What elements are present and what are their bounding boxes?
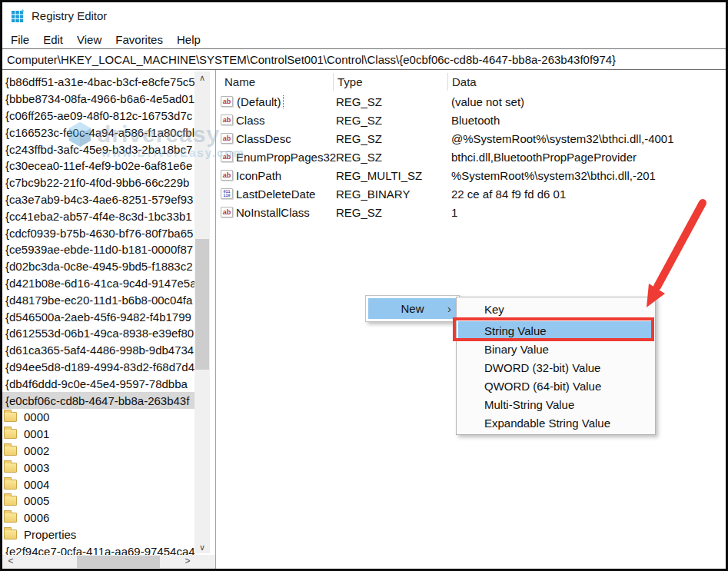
value-type: REG_SZ bbox=[336, 206, 451, 219]
submenu-item[interactable]: QWORD (64-bit) Value bbox=[458, 377, 653, 395]
tree-key-label: {c243ffbd-3afc-45e9-b3d3-2ba18bc7 bbox=[5, 143, 192, 156]
tree-key-item[interactable]: {d612553d-06b1-49ca-8938-e39ef80 bbox=[2, 325, 194, 342]
registry-value-row[interactable]: Class REG_SZ Bluetooth bbox=[216, 111, 726, 129]
menu-item[interactable]: Help bbox=[170, 31, 208, 48]
submenu-item[interactable]: Multi-String Value bbox=[458, 395, 653, 413]
tree-key-item[interactable]: 0004 bbox=[2, 476, 194, 493]
registry-path: Computer\HKEY_LOCAL_MACHINE\SYSTEM\Contr… bbox=[2, 53, 616, 66]
tree-key-label: {ca3e7ab9-b4c3-4ae6-8251-579ef93 bbox=[5, 193, 193, 206]
tree-key-label: 0002 bbox=[24, 444, 49, 457]
tree-key-item[interactable]: {d94ee5d8-d189-4994-83d2-f68d7d4 bbox=[2, 359, 194, 376]
value-type: REG_SZ bbox=[336, 132, 451, 145]
scroll-left-icon[interactable]: < bbox=[4, 555, 18, 569]
scroll-down-icon[interactable]: ∨ bbox=[194, 541, 210, 553]
value-name: ClassDesc bbox=[236, 132, 336, 145]
tree-key-label: {cc41eba2-ab57-4f4e-8c3d-1bc33b1 bbox=[5, 210, 192, 223]
reg-type-icon bbox=[221, 170, 233, 181]
tree-key-item[interactable]: 0001 bbox=[2, 426, 194, 443]
vertical-scroll-thumb[interactable] bbox=[195, 239, 209, 370]
submenu-item-label: Multi-String Value bbox=[484, 398, 574, 411]
tree-key-item[interactable]: {d61ca365-5af4-4486-998b-9db4734 bbox=[2, 342, 194, 359]
registry-value-row[interactable]: (Default) REG_SZ (value not set) bbox=[216, 92, 726, 111]
value-type: REG_MULTI_SZ bbox=[336, 169, 451, 182]
tree-key-item[interactable]: {e0cbf06c-cd8b-4647-bb8a-263b43f bbox=[2, 392, 194, 409]
tree-key-item[interactable]: {db4f6ddd-9c0e-45e4-9597-78dbba bbox=[2, 375, 194, 392]
tree-key-item[interactable]: {d48179be-ec20-11d1-b6b8-00c04fa bbox=[2, 291, 194, 308]
tree-key-label: Properties bbox=[24, 528, 76, 541]
tree-key-label: {d612553d-06b1-49ca-8938-e39ef80 bbox=[5, 327, 194, 340]
tree-key-item[interactable]: 0005 bbox=[2, 493, 194, 510]
tree-horizontal-scrollbar[interactable]: < > bbox=[2, 555, 215, 569]
tree-key-item[interactable]: {d421b08e-6d16-41ca-9c4d-9147e5a bbox=[2, 275, 194, 292]
registry-value-row[interactable]: IconPath REG_MULTI_SZ %SystemRoot%\syste… bbox=[216, 166, 726, 184]
tree-key-label: {d94ee5d8-d189-4994-83d2-f68d7d4 bbox=[5, 360, 194, 373]
tree-key-item[interactable]: {ca3e7ab9-b4c3-4ae6-8251-579ef93 bbox=[2, 191, 194, 208]
context-menu: New › bbox=[365, 295, 460, 322]
reg-type-icon bbox=[221, 96, 233, 107]
registry-editor-window: Registry Editor FileEditViewFavoritesHel… bbox=[0, 0, 728, 571]
menu-item[interactable]: Favorites bbox=[108, 31, 170, 48]
registry-value-row[interactable]: LastDeleteDate REG_BINARY 22 ce af 84 f9… bbox=[216, 184, 726, 203]
menu-item[interactable]: File bbox=[4, 31, 36, 48]
tree-key-item[interactable]: 0002 bbox=[2, 443, 194, 460]
tree-key-item[interactable]: {ce5939ae-ebde-11d0-b181-0000f87 bbox=[2, 241, 194, 258]
tree-key-item[interactable]: {c243ffbd-3afc-45e9-b3d3-2ba18bc7 bbox=[2, 141, 194, 158]
column-header-name[interactable]: Name bbox=[221, 73, 333, 91]
tree-key-label: {c30ecea0-11ef-4ef9-b02e-6af81e6e bbox=[5, 159, 192, 172]
tree-key-label: {d421b08e-6d16-41ca-9c4d-9147e5a bbox=[5, 277, 194, 290]
address-bar[interactable]: Computer\HKEY_LOCAL_MACHINE\SYSTEM\Contr… bbox=[2, 48, 726, 70]
registry-value-row[interactable]: EnumPropPages32 REG_SZ bthci.dll,Bluetoo… bbox=[216, 148, 726, 166]
tree-key-item[interactable]: {d546500a-2aeb-45f6-9482-f4b1799 bbox=[2, 308, 194, 325]
tree-key-item[interactable]: {e2f94ce7-0cfa-411a-aa69-97454ca4 bbox=[2, 543, 194, 555]
tree-key-item[interactable]: {b86dff51-a31e-4bac-b3cf-e8cfe75c5 bbox=[2, 74, 194, 91]
context-menu-item-new[interactable]: New › bbox=[368, 298, 457, 319]
submenu-arrow-icon: › bbox=[447, 301, 451, 314]
tree-key-item[interactable]: {cc41eba2-ab57-4f4e-8c3d-1bc33b1 bbox=[2, 207, 194, 224]
folder-icon bbox=[4, 429, 17, 439]
scroll-right-icon[interactable]: > bbox=[181, 555, 194, 569]
reg-type-icon bbox=[221, 188, 233, 199]
value-data: (value not set) bbox=[451, 95, 726, 108]
submenu-item-label: String Value bbox=[484, 324, 547, 337]
column-header-data[interactable]: Data bbox=[447, 73, 726, 91]
menu-bar: FileEditViewFavoritesHelp bbox=[2, 29, 726, 49]
column-header-type[interactable]: Type bbox=[333, 73, 447, 91]
submenu-item-label: QWORD (64-bit) Value bbox=[484, 380, 601, 393]
tree-key-item[interactable]: Properties bbox=[2, 526, 194, 543]
tree-key-item[interactable]: {c30ecea0-11ef-4ef9-b02e-6af81e6e bbox=[2, 158, 194, 174]
registry-value-row[interactable]: ClassDesc REG_SZ @%SystemRoot%\system32\… bbox=[216, 129, 726, 148]
tree-key-label: {ce5939ae-ebde-11d0-b181-0000f87 bbox=[5, 243, 193, 256]
submenu-item[interactable]: Key bbox=[458, 300, 653, 318]
folder-icon bbox=[4, 496, 17, 506]
tree-key-label: 0001 bbox=[24, 427, 49, 440]
submenu-item[interactable]: String Value bbox=[458, 321, 653, 340]
scroll-up-icon[interactable]: ∧ bbox=[194, 71, 210, 84]
folder-icon bbox=[4, 446, 17, 456]
tree-vertical-scrollbar[interactable]: ∧ ∨ bbox=[194, 71, 210, 553]
tree-key-label: {d48179be-ec20-11d1-b6b8-00c04fa bbox=[5, 294, 192, 307]
tree-key-item[interactable]: 0006 bbox=[2, 510, 194, 526]
tree-key-item[interactable]: {c166523c-fe0c-4a94-a586-f1a80cfbl bbox=[2, 124, 194, 141]
tree-key-item[interactable]: {c7bc9b22-21f0-4f0d-9bb6-66c229b bbox=[2, 174, 194, 191]
tree-key-item[interactable]: {cdcf0939-b75b-4630-bf76-80f7ba65 bbox=[2, 224, 194, 241]
registry-value-row[interactable]: NoInstallClass REG_SZ 1 bbox=[216, 203, 726, 221]
tree-key-item[interactable]: 0000 bbox=[2, 409, 194, 426]
folder-icon bbox=[4, 530, 17, 539]
folder-icon bbox=[4, 513, 17, 523]
tree-key-label: {c7bc9b22-21f0-4f0d-9bb6-66c229b bbox=[5, 176, 189, 189]
horizontal-scroll-thumb[interactable] bbox=[77, 556, 160, 568]
submenu-item[interactable]: DWORD (32-bit) Value bbox=[458, 358, 653, 377]
tree-key-label: {d546500a-2aeb-45f6-9482-f4b1799 bbox=[5, 310, 191, 324]
menu-item[interactable]: Edit bbox=[36, 31, 70, 48]
value-list: (Default) REG_SZ (value not set) Class R… bbox=[216, 92, 726, 221]
value-list-header: Name Type Data bbox=[221, 73, 726, 91]
folder-icon bbox=[4, 412, 17, 422]
tree-key-item[interactable]: 0003 bbox=[2, 459, 194, 476]
menu-item[interactable]: View bbox=[70, 31, 108, 48]
tree-key-item[interactable]: {bbbe8734-08fa-4966-b6a6-4e5ad01 bbox=[2, 91, 194, 108]
submenu-item[interactable]: Expandable String Value bbox=[458, 413, 653, 432]
tree-key-item[interactable]: {d02bc3da-0c8e-4945-9bd5-f1883c2 bbox=[2, 258, 194, 275]
value-name: EnumPropPages32 bbox=[236, 151, 336, 164]
tree-key-item[interactable]: {c06ff265-ae09-48f0-812c-16753d7c bbox=[2, 108, 194, 124]
submenu-item[interactable]: Binary Value bbox=[458, 340, 653, 358]
